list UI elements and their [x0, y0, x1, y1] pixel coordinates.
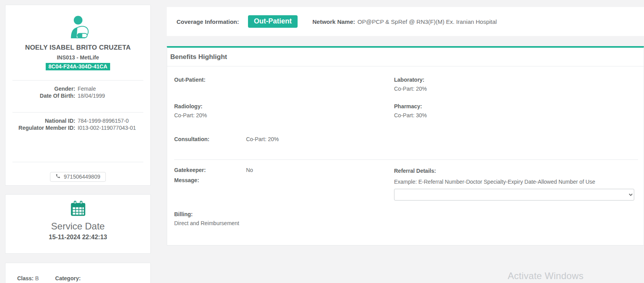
dob-value: 18/04/1999 [77, 92, 150, 99]
member-name: NOELY ISABEL BRITO CRUZETA [5, 44, 150, 52]
radiology-cell: Radiology: Co-Part: 20% [174, 102, 394, 119]
message-label: Message: [174, 177, 244, 183]
calendar-icon [5, 200, 150, 218]
benefits-row-4: Gatekeeper: No Message: Referral Details… [174, 167, 638, 201]
consultation-value: Co-Part: 20% [246, 136, 279, 142]
phone-button[interactable]: 971506449809 [50, 172, 105, 182]
member-id-badge: 8C04-F24A-304D-41CA [46, 63, 110, 70]
radiology-value: Co-Part: 20% [174, 111, 394, 119]
coverage-type-badge: Out-Patient [248, 15, 298, 28]
network-name-label: Network Name: [312, 18, 355, 25]
phone-icon [55, 174, 61, 180]
divider [174, 159, 638, 160]
gender-value: Female [77, 85, 150, 92]
gatekeeper-cell: Gatekeeper: No Message: [174, 167, 394, 201]
service-date-card: Service Date 15-11-2024 22:42:13 [5, 194, 151, 254]
benefits-row-2: Radiology: Co-Part: 20% Pharmacy: Co-Par… [174, 102, 638, 119]
referral-example-text: Example: E-Referral Number-Doctor Specia… [394, 178, 638, 186]
coverage-info-label: Coverage Information: [177, 18, 239, 25]
divider [12, 112, 143, 113]
billing-value: Direct and Reimbursement [174, 219, 638, 227]
activate-windows-watermark: Activate Windows [508, 270, 583, 281]
main-content: Coverage Information: Out-Patient Networ… [167, 5, 644, 245]
laboratory-value: Co-Part: 20% [394, 85, 638, 93]
pharmacy-label: Pharmacy: [394, 102, 638, 110]
identifiers-section: National ID: 784-1999-8996157-0 Regulato… [5, 117, 150, 131]
service-date-value: 15-11-2024 22:42:13 [5, 234, 150, 241]
left-sidebar: NOELY ISABEL BRITO CRUZETA INS013 - MetL… [5, 5, 151, 283]
class-category-card: Class: B Category: [5, 263, 151, 283]
benefits-row-1: Out-Patient: Laboratory: Co-Part: 20% [174, 76, 638, 93]
page: NOELY ISABEL BRITO CRUZETA INS013 - MetL… [0, 0, 644, 283]
dob-label: Date Of Birth: [5, 92, 77, 99]
gatekeeper-value: No [246, 167, 253, 173]
national-id-row: National ID: 784-1999-8996157-0 [5, 117, 150, 124]
coverage-topbar: Coverage Information: Out-Patient Networ… [167, 7, 644, 36]
out-patient-cell: Out-Patient: [174, 76, 394, 93]
referral-details-label: Referral Details: [394, 167, 638, 175]
laboratory-label: Laboratory: [394, 76, 638, 84]
service-date-title: Service Date [5, 221, 150, 232]
class-group: Class: B [17, 275, 39, 283]
gender-row: Gender: Female [5, 85, 150, 92]
out-patient-label: Out-Patient: [174, 76, 394, 84]
member-profile-card: NOELY ISABEL BRITO CRUZETA INS013 - MetL… [5, 5, 151, 186]
benefits-row-3: Consultation: Co-Part: 20% [174, 136, 638, 142]
benefits-body: Out-Patient: Laboratory: Co-Part: 20% Ra… [167, 66, 644, 227]
patient-avatar-icon [66, 34, 90, 40]
benefits-highlight-title: Benefits Highlight [167, 48, 644, 66]
benefits-highlight-card: Benefits Highlight Out-Patient: Laborato… [167, 46, 644, 245]
gatekeeper-label: Gatekeeper: [174, 167, 244, 173]
class-value: B [35, 275, 39, 281]
regulator-id-label: Regulator Member ID: [5, 124, 77, 131]
class-label: Class: [17, 275, 34, 281]
demographics-section: Gender: Female Date Of Birth: 18/04/1999 [5, 85, 150, 99]
network-name-value: OP@PCP & SpRef @ RN3(F)(M) Ex. Iranian H… [357, 18, 497, 25]
avatar [5, 15, 150, 39]
category-group: Category: [55, 275, 80, 283]
phone-number: 971506449809 [64, 174, 100, 180]
referral-details-cell: Referral Details: Example: E-Referral Nu… [394, 167, 638, 201]
billing-label: Billing: [174, 210, 638, 218]
national-id-label: National ID: [5, 117, 77, 124]
national-id-value: 784-1999-8996157-0 [77, 117, 150, 124]
benefits-row-5: Billing: Direct and Reimbursement [174, 210, 638, 227]
pharmacy-value: Co-Part: 30% [394, 111, 638, 119]
regulator-id-row: Regulator Member ID: I013-002-119077043-… [5, 124, 150, 131]
regulator-id-value: I013-002-119077043-01 [77, 124, 150, 131]
member-plan: INS013 - MetLife [5, 54, 150, 61]
dob-row: Date Of Birth: 18/04/1999 [5, 92, 150, 99]
divider [12, 80, 143, 81]
category-label: Category: [55, 275, 80, 281]
pharmacy-cell: Pharmacy: Co-Part: 30% [394, 102, 638, 119]
referral-select[interactable] [394, 189, 634, 201]
radiology-label: Radiology: [174, 102, 394, 110]
laboratory-cell: Laboratory: Co-Part: 20% [394, 76, 638, 93]
gender-label: Gender: [5, 85, 77, 92]
consultation-label: Consultation: [174, 136, 244, 142]
divider [12, 162, 143, 162]
